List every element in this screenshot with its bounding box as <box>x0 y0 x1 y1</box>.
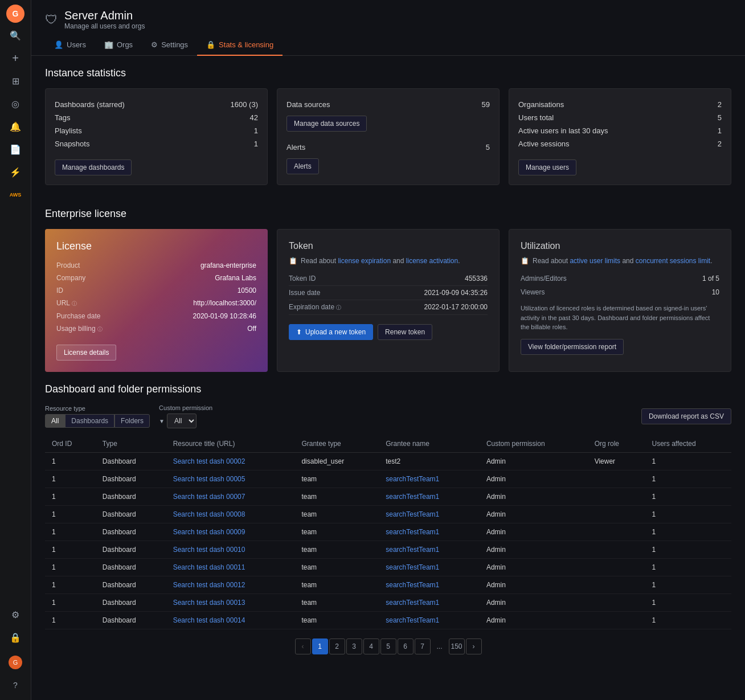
next-page-button[interactable]: › <box>466 638 482 654</box>
cell-grantee-name: test2 <box>379 453 480 470</box>
alerts-button[interactable]: Alerts <box>286 158 319 174</box>
cell-grantee-type: team <box>294 612 379 629</box>
page-title: Server Admin <box>64 9 145 22</box>
tab-users[interactable]: 👤 Users <box>45 35 95 56</box>
resource-link[interactable]: Search test dash 00010 <box>173 546 245 554</box>
cell-grantee-name[interactable]: searchTestTeam1 <box>379 612 480 629</box>
license-details-button[interactable]: License details <box>56 345 116 361</box>
page-button-1[interactable]: 1 <box>312 638 328 654</box>
sidebar: G 🔍 + ⊞ ◎ 🔔 📄 ⚡ AWS ⚙ 🔒 G ? <box>0 0 31 700</box>
manage-dashboards-button[interactable]: Manage dashboards <box>55 159 132 175</box>
sidebar-item-explore[interactable]: ◎ <box>5 93 26 114</box>
cell-type: Dashboard <box>96 453 166 470</box>
cell-resource[interactable]: Search test dash 00012 <box>166 576 295 594</box>
sidebar-item-add[interactable]: + <box>5 48 26 68</box>
cell-resource[interactable]: Search test dash 00013 <box>166 594 295 612</box>
tab-settings[interactable]: ⚙ Settings <box>142 35 197 56</box>
upload-token-button[interactable]: ⬆ Upload a new token <box>289 324 373 340</box>
sidebar-item-aws[interactable]: AWS <box>5 185 26 205</box>
grantee-link[interactable]: searchTestTeam1 <box>386 510 439 518</box>
cell-resource[interactable]: Search test dash 00007 <box>166 488 295 506</box>
custom-permission-select[interactable]: All <box>167 414 197 428</box>
renew-token-button[interactable]: Renew token <box>378 324 432 340</box>
page-button-4[interactable]: 4 <box>363 638 379 654</box>
concurrent-sessions-link[interactable]: concurrent sessions limit <box>636 257 710 265</box>
tab-stats-label: Stats & licensing <box>219 40 273 49</box>
tab-stats-licensing[interactable]: 🔒 Stats & licensing <box>197 35 283 56</box>
resource-link[interactable]: Search test dash 00014 <box>173 616 245 624</box>
sidebar-item-avatar[interactable]: G <box>5 652 26 673</box>
cell-resource[interactable]: Search test dash 00005 <box>166 470 295 488</box>
grantee-link[interactable]: searchTestTeam1 <box>386 563 439 571</box>
cell-grantee-name[interactable]: searchTestTeam1 <box>379 576 480 594</box>
view-folder-permission-button[interactable]: View folder/permission report <box>521 339 624 355</box>
cell-resource[interactable]: Search test dash 00002 <box>166 453 295 470</box>
cell-grantee-name[interactable]: searchTestTeam1 <box>379 488 480 506</box>
resource-link[interactable]: Search test dash 00009 <box>173 528 245 536</box>
sidebar-item-help[interactable]: ? <box>5 675 26 695</box>
sidebar-item-alerting[interactable]: 🔔 <box>5 116 26 137</box>
sidebar-item-bolt[interactable]: ⚡ <box>5 162 26 182</box>
app-logo[interactable]: G <box>6 5 24 23</box>
sidebar-item-search[interactable]: 🔍 <box>5 25 26 46</box>
sidebar-item-reports[interactable]: 📄 <box>5 139 26 159</box>
cell-resource[interactable]: Search test dash 00010 <box>166 541 295 559</box>
download-csv-button[interactable]: Download report as CSV <box>641 408 731 424</box>
filter-tab-dashboards[interactable]: Dashboards <box>65 414 114 428</box>
cell-grantee-name[interactable]: searchTestTeam1 <box>379 541 480 559</box>
page-button-3[interactable]: 3 <box>346 638 362 654</box>
filter-tab-all[interactable]: All <box>45 414 65 428</box>
cell-grantee-name[interactable]: searchTestTeam1 <box>379 506 480 523</box>
resource-link[interactable]: Search test dash 00005 <box>173 475 245 483</box>
resource-link[interactable]: Search test dash 00013 <box>173 599 245 607</box>
page-button-7[interactable]: 7 <box>415 638 431 654</box>
grantee-link[interactable]: searchTestTeam1 <box>386 546 439 554</box>
grantee-link[interactable]: searchTestTeam1 <box>386 475 439 483</box>
token-buttons: ⬆ Upload a new token Renew token <box>289 324 488 340</box>
cell-grantee-name[interactable]: searchTestTeam1 <box>379 523 480 541</box>
table-row: 1 Dashboard Search test dash 00013 team … <box>45 594 731 612</box>
tab-orgs[interactable]: 🏢 Orgs <box>95 35 142 56</box>
resource-link[interactable]: Search test dash 00008 <box>173 510 245 518</box>
license-billing-label: Usage billing ⓘ <box>56 325 103 333</box>
sidebar-item-shield[interactable]: 🔒 <box>5 627 26 648</box>
page-button-5[interactable]: 5 <box>380 638 396 654</box>
expiry-info-icon: ⓘ <box>336 305 341 310</box>
active-user-limits-link[interactable]: active user limits <box>570 257 620 265</box>
grantee-link[interactable]: searchTestTeam1 <box>386 493 439 501</box>
grantee-link[interactable]: searchTestTeam1 <box>386 528 439 536</box>
stat-row-alerts: Alerts 5 <box>286 141 490 154</box>
resource-link[interactable]: Search test dash 00012 <box>173 581 245 589</box>
cell-resource[interactable]: Search test dash 00011 <box>166 559 295 576</box>
cell-grantee-name[interactable]: searchTestTeam1 <box>379 470 480 488</box>
filter-tab-folders[interactable]: Folders <box>114 414 150 428</box>
cell-grantee-name[interactable]: searchTestTeam1 <box>379 559 480 576</box>
grantee-link[interactable]: searchTestTeam1 <box>386 581 439 589</box>
manage-datasources-button[interactable]: Manage data sources <box>286 116 367 132</box>
resource-type-filter-group: Resource type All Dashboards Folders <box>45 405 150 428</box>
cell-resource[interactable]: Search test dash 00008 <box>166 506 295 523</box>
page-button-2[interactable]: 2 <box>329 638 345 654</box>
page-button-6[interactable]: 6 <box>398 638 414 654</box>
prev-page-button[interactable]: ‹ <box>295 638 311 654</box>
page-button-150[interactable]: 150 <box>449 638 465 654</box>
cell-grantee-name[interactable]: searchTestTeam1 <box>379 594 480 612</box>
sidebar-item-settings[interactable]: ⚙ <box>5 604 26 625</box>
license-purchase-label: Purchase date <box>56 312 100 320</box>
cell-resource[interactable]: Search test dash 00009 <box>166 523 295 541</box>
resource-link[interactable]: Search test dash 00002 <box>173 457 245 465</box>
grantee-link[interactable]: searchTestTeam1 <box>386 599 439 607</box>
snapshots-value: 1 <box>254 140 258 148</box>
license-expiration-link[interactable]: license expiration <box>338 257 391 265</box>
resource-link[interactable]: Search test dash 00007 <box>173 493 245 501</box>
tab-settings-label: Settings <box>161 40 188 49</box>
cell-org-role <box>588 594 645 612</box>
cell-resource[interactable]: Search test dash 00014 <box>166 612 295 629</box>
sidebar-item-dashboards[interactable]: ⊞ <box>5 71 26 91</box>
manage-users-button[interactable]: Manage users <box>518 159 576 175</box>
table-row: 1 Dashboard Search test dash 00002 disab… <box>45 453 731 470</box>
license-activation-link[interactable]: license activation <box>406 257 458 265</box>
grantee-link[interactable]: searchTestTeam1 <box>386 616 439 624</box>
resource-link[interactable]: Search test dash 00011 <box>173 563 245 571</box>
stat-row-active-users: Active users in last 30 days 1 <box>518 124 722 137</box>
